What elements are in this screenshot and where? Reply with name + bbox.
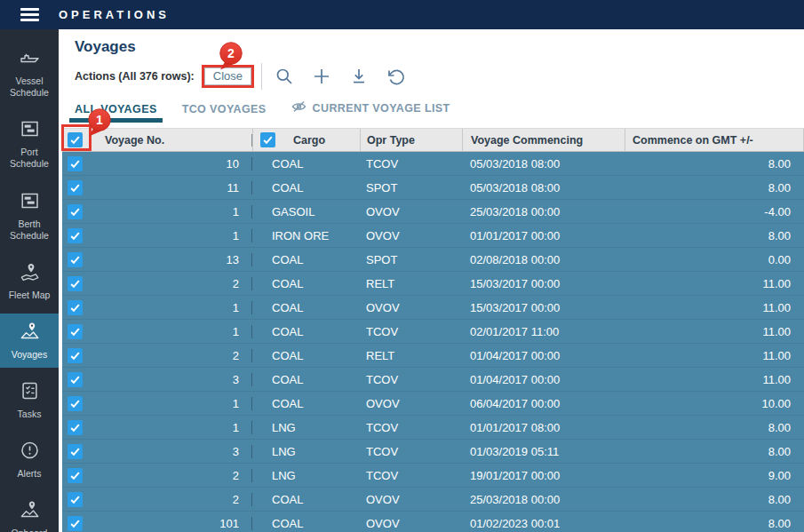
cell-cargo: COAL bbox=[252, 301, 360, 314]
actions-label: Actions (All 376 rows): bbox=[75, 70, 195, 83]
table-row[interactable]: 11COALSPOT05/03/2018 08:008.00 bbox=[62, 176, 804, 200]
row-checkbox[interactable] bbox=[68, 156, 83, 171]
row-checkbox[interactable] bbox=[68, 300, 83, 315]
table-row[interactable]: 1COALOVOV15/03/2017 00:0011.00 bbox=[62, 296, 804, 320]
cell-voyage-no: 1 bbox=[94, 421, 252, 434]
check-icon bbox=[69, 446, 81, 457]
cell-gmt-offset: 10.00 bbox=[625, 397, 804, 410]
table-row[interactable]: 3LNGTCOV01/03/2019 05:118.00 bbox=[62, 440, 804, 464]
row-checkbox-cell bbox=[62, 252, 94, 267]
cell-voyage-commencing: 25/03/2018 00:00 bbox=[462, 493, 625, 506]
table-row[interactable]: 1LNGTCOV01/01/2017 08:008.00 bbox=[62, 416, 804, 440]
badge-2-number: 2 bbox=[227, 46, 235, 60]
row-checkbox-cell bbox=[62, 156, 94, 171]
voyages-table: Voyage No.CargoOpr TypeVoyage Commencing… bbox=[62, 128, 804, 532]
sidebar-item-label: Fleet Map bbox=[3, 290, 56, 301]
row-checkbox[interactable] bbox=[68, 228, 83, 243]
column-header-voyage-commencing[interactable]: Voyage Commencing bbox=[462, 129, 625, 151]
row-checkbox[interactable] bbox=[68, 444, 83, 459]
cell-voyage-commencing: 01/04/2017 00:00 bbox=[462, 349, 625, 362]
table-row[interactable]: 2COALOVOV25/03/2018 00:008.00 bbox=[62, 488, 804, 512]
sidebar-item-label: Voyages bbox=[3, 349, 56, 361]
cell-gmt-offset: 11.00 bbox=[625, 349, 804, 362]
row-checkbox[interactable] bbox=[68, 492, 83, 507]
row-checkbox[interactable] bbox=[68, 276, 83, 291]
sidebar-item-port-schedule[interactable]: Port Schedule bbox=[0, 111, 59, 177]
add-icon[interactable] bbox=[312, 67, 331, 86]
row-checkbox[interactable] bbox=[68, 204, 83, 219]
cell-opr-type: OVOV bbox=[360, 205, 462, 218]
check-icon bbox=[69, 326, 81, 337]
check-icon bbox=[69, 254, 81, 266]
map-pin-icon bbox=[19, 261, 41, 286]
row-checkbox[interactable] bbox=[68, 420, 83, 435]
check-icon bbox=[262, 134, 274, 146]
sidebar-item-berth-schedule[interactable]: Berth Schedule bbox=[0, 183, 59, 249]
table-row[interactable]: 1COALOVOV06/04/2017 00:0010.00 bbox=[62, 392, 804, 416]
eye-off-icon bbox=[291, 100, 306, 115]
table-row[interactable]: 1IRON OREOVOV01/01/2017 00:008.00 bbox=[62, 224, 804, 248]
ship-icon bbox=[19, 47, 41, 72]
tab-all-voyages[interactable]: ALL VOYAGES bbox=[69, 103, 163, 123]
cell-opr-type: TCOV bbox=[360, 325, 462, 338]
cell-cargo: GASOIL bbox=[252, 205, 360, 218]
cell-gmt-offset: 8.00 bbox=[625, 229, 804, 242]
cell-gmt-offset: 8.00 bbox=[625, 181, 804, 195]
annotation-badge-2: 2 bbox=[218, 42, 244, 72]
cell-voyage-commencing: 06/04/2017 00:00 bbox=[462, 397, 625, 410]
sidebar-item-onboard[interactable]: Onboard bbox=[0, 492, 59, 532]
table-row[interactable]: 101COALOVOV01/02/2023 00:018.00 bbox=[62, 512, 804, 532]
table-row[interactable]: 3COALTCOV01/04/2017 00:0011.00 bbox=[62, 368, 804, 392]
cell-gmt-offset: 11.00 bbox=[625, 373, 804, 386]
sidebar-item-vessel-schedule[interactable]: Vessel Schedule bbox=[0, 40, 59, 106]
toolbar-icons bbox=[275, 67, 406, 86]
gantt-icon bbox=[19, 190, 41, 215]
sidebar-item-tasks[interactable]: Tasks bbox=[0, 373, 59, 427]
row-checkbox[interactable] bbox=[68, 180, 83, 195]
cell-voyage-no: 1 bbox=[94, 205, 252, 218]
row-checkbox[interactable] bbox=[68, 372, 83, 387]
table-row[interactable]: 1COALTCOV02/01/2017 11:0011.00 bbox=[62, 320, 804, 344]
tab-tco-voyages[interactable]: TCO VOYAGES bbox=[177, 103, 272, 123]
column-header-opr-type[interactable]: Opr Type bbox=[360, 129, 462, 151]
undo-icon[interactable] bbox=[386, 67, 406, 86]
sidebar-item-voyages[interactable]: Voyages bbox=[0, 314, 59, 368]
row-checkbox[interactable] bbox=[68, 324, 83, 339]
cargo-header-checkbox[interactable] bbox=[260, 132, 275, 147]
hamburger-menu-icon[interactable] bbox=[0, 8, 59, 21]
badge-1-number: 1 bbox=[96, 113, 103, 127]
check-icon bbox=[69, 230, 81, 242]
search-icon[interactable] bbox=[275, 67, 294, 86]
annotation-badge-1: 1 bbox=[86, 108, 113, 139]
table-row[interactable]: 1GASOILOVOV25/03/2018 00:00-4.00 bbox=[62, 200, 804, 224]
cell-voyage-no: 1 bbox=[94, 397, 252, 410]
table-row[interactable]: 2LNGTCOV19/01/2017 00:009.00 bbox=[62, 464, 804, 488]
cell-opr-type: TCOV bbox=[360, 421, 462, 434]
tab-current-voyage-list[interactable]: CURRENT VOYAGE LIST bbox=[286, 100, 456, 123]
sidebar-item-label: Tasks bbox=[3, 409, 56, 420]
table-row[interactable]: 13COALSPOT02/08/2018 00:000.00 bbox=[62, 248, 804, 272]
row-checkbox[interactable] bbox=[68, 252, 83, 267]
cell-opr-type: TCOV bbox=[360, 373, 462, 386]
table-row[interactable]: 10COALTCOV05/03/2018 08:008.00 bbox=[62, 152, 804, 176]
table-body: 10COALTCOV05/03/2018 08:008.0011COALSPOT… bbox=[62, 152, 804, 532]
sidebar-item-fleet-map[interactable]: Fleet Map bbox=[0, 254, 59, 308]
column-header-commence-gmt[interactable]: Commence on GMT +/- bbox=[625, 129, 804, 151]
cell-opr-type: RELT bbox=[360, 277, 462, 290]
row-checkbox[interactable] bbox=[68, 396, 83, 411]
cell-voyage-no: 10 bbox=[94, 157, 252, 171]
row-checkbox[interactable] bbox=[68, 348, 83, 363]
table-row[interactable]: 2COALRELT15/03/2017 00:0011.00 bbox=[62, 272, 804, 296]
sidebar-item-alerts[interactable]: Alerts bbox=[0, 433, 59, 487]
download-icon[interactable] bbox=[349, 67, 369, 86]
column-header-cargo[interactable]: Cargo bbox=[252, 129, 360, 151]
cell-cargo: COAL bbox=[252, 373, 360, 386]
column-header-voyage-no[interactable]: Voyage No. bbox=[94, 134, 252, 147]
toolbar-divider bbox=[261, 63, 262, 90]
view-tabs: ALL VOYAGESTCO VOYAGESCURRENT VOYAGE LIS… bbox=[69, 100, 456, 123]
cell-opr-type: SPOT bbox=[360, 253, 462, 266]
table-row[interactable]: 2COALRELT01/04/2017 00:0011.00 bbox=[62, 344, 804, 368]
row-checkbox[interactable] bbox=[68, 516, 83, 531]
row-checkbox[interactable] bbox=[68, 468, 83, 483]
sidebar-item-label: Berth Schedule bbox=[3, 218, 56, 242]
